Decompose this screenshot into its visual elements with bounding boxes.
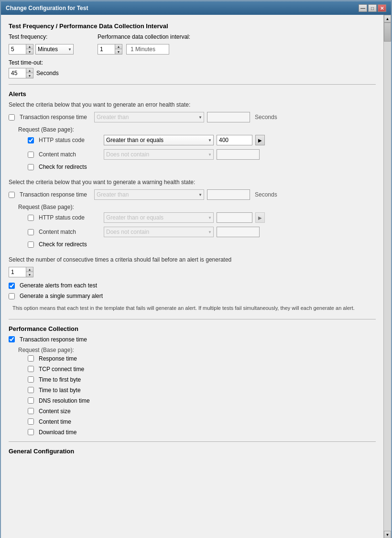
warning-http-status-checkbox[interactable] — [28, 215, 34, 221]
scroll-thumb[interactable] — [384, 22, 391, 42]
error-transaction-unit: Seconds — [255, 114, 277, 121]
error-content-match-checkbox[interactable] — [28, 152, 34, 158]
perf-time-last-byte-row: Time to last byte — [9, 387, 376, 394]
warning-http-value-input[interactable] — [217, 212, 252, 223]
error-http-arrow-button[interactable]: ▶ — [255, 135, 265, 145]
consecutive-input[interactable] — [9, 267, 26, 277]
perf-response-time-row: Response time — [9, 355, 376, 362]
test-frequency-label: Test frequency: — [9, 33, 74, 40]
minimize-button[interactable]: — — [359, 4, 367, 12]
test-frequency-down[interactable]: ▼ — [26, 49, 33, 54]
error-http-comparison-select[interactable]: Greater than or equals Greater than Less… — [104, 135, 214, 145]
scroll-down-button[interactable]: ▼ — [384, 531, 391, 538]
test-frequency-spinner-btns: ▲ ▼ — [26, 44, 33, 54]
warning-redirects-checkbox[interactable] — [28, 242, 34, 248]
perf-interval-input[interactable] — [98, 44, 115, 54]
scroll-track[interactable] — [384, 22, 391, 531]
warning-content-match-value-input[interactable] — [217, 227, 260, 237]
divider-2 — [9, 319, 376, 319]
frequency-section: Test Frequency / Performance Data Collec… — [9, 22, 376, 78]
perf-time-last-byte-checkbox[interactable] — [28, 387, 34, 393]
perf-interval-up[interactable]: ▲ — [115, 44, 122, 49]
perf-dns-resolution-label: DNS resolution time — [39, 397, 90, 404]
alerts-title: Alerts — [9, 90, 376, 98]
error-http-comparison-wrapper[interactable]: Greater than or equals Greater than Less… — [104, 135, 214, 145]
error-criteria-desc: Select the criteria below that you want … — [9, 101, 376, 108]
perf-time-first-byte-checkbox[interactable] — [28, 376, 34, 383]
perf-interval-spinner[interactable]: ▲ ▼ — [98, 44, 122, 55]
performance-section: Performance Collection Transaction respo… — [9, 325, 376, 436]
timeout-spinner-btns: ▲ ▼ — [26, 68, 33, 78]
error-redirects-checkbox[interactable] — [28, 164, 34, 170]
perf-transaction-checkbox[interactable] — [9, 336, 15, 342]
warning-transaction-label: Transaction response time — [20, 191, 91, 198]
error-check-redirects-row: Check for redirects — [9, 164, 376, 170]
warning-transaction-comparison-wrapper: Greater than — [94, 189, 204, 200]
perf-dns-resolution-checkbox[interactable] — [28, 397, 34, 404]
error-http-status-label: HTTP status code — [39, 137, 101, 143]
error-transaction-comparison-wrapper: Greater than — [94, 112, 204, 122]
perf-content-time-label: Content time — [39, 418, 71, 425]
timeout-unit: Seconds — [36, 70, 59, 77]
timeout-spinner[interactable]: ▲ ▼ — [9, 68, 33, 78]
error-http-status-row: HTTP status code Greater than or equals … — [9, 135, 376, 145]
timeout-group: Test time-out: ▲ ▼ Seconds — [9, 59, 376, 78]
perf-interval-text: 1 Minutes — [126, 44, 169, 55]
perf-time-first-byte-row: Time to first byte — [9, 376, 376, 383]
error-content-match-value-input[interactable] — [217, 149, 260, 160]
perf-interval-down[interactable]: ▼ — [115, 49, 122, 54]
warning-transaction-checkbox[interactable] — [9, 192, 15, 198]
perf-time-first-byte-label: Time to first byte — [39, 376, 81, 383]
warning-http-arrow-button[interactable]: ▶ — [255, 212, 265, 223]
perf-content-size-checkbox[interactable] — [28, 408, 34, 414]
error-transaction-comparison-select[interactable]: Greater than — [94, 112, 204, 122]
warning-transaction-value-input[interactable] — [207, 189, 250, 200]
general-section: General Configuration — [9, 448, 376, 478]
error-content-match-comparison-select[interactable]: Does not contain — [104, 149, 214, 160]
warning-check-redirects-row: Check for redirects — [9, 241, 376, 248]
perf-download-time-row: Download time — [9, 429, 376, 436]
main-scroll-content: Test Frequency / Performance Data Collec… — [1, 15, 383, 538]
performance-title: Performance Collection — [9, 325, 376, 332]
perf-download-time-checkbox[interactable] — [28, 429, 34, 435]
perf-interval-spinner-btns: ▲ ▼ — [115, 44, 122, 54]
divider-3 — [9, 441, 376, 442]
perf-dns-resolution-row: DNS resolution time — [9, 397, 376, 404]
timeout-up[interactable]: ▲ — [26, 68, 33, 73]
test-frequency-unit-select[interactable]: Minutes Hours Seconds — [35, 44, 74, 55]
error-http-value-input[interactable] — [217, 135, 252, 145]
error-transaction-value-input[interactable] — [207, 112, 250, 122]
warning-content-match-checkbox[interactable] — [28, 229, 34, 235]
close-button[interactable]: ✕ — [378, 4, 386, 12]
timeout-input[interactable] — [9, 68, 26, 78]
consecutive-spinner[interactable]: ▲ ▼ — [9, 267, 33, 277]
test-frequency-unit-wrapper[interactable]: Minutes Hours Seconds — [35, 44, 74, 55]
test-frequency-up[interactable]: ▲ — [26, 44, 33, 49]
perf-content-time-checkbox[interactable] — [28, 418, 34, 425]
window-title: Change Configuration for Test — [6, 5, 88, 11]
timeout-label: Test time-out: — [9, 59, 376, 66]
timeout-down[interactable]: ▼ — [26, 73, 33, 78]
consecutive-up[interactable]: ▲ — [26, 267, 33, 272]
maximize-button[interactable]: □ — [368, 4, 377, 12]
gen-alerts-each-checkbox[interactable] — [9, 283, 15, 289]
warning-http-comparison-select[interactable]: Greater than or equals — [104, 212, 214, 223]
error-http-status-checkbox[interactable] — [28, 137, 34, 143]
gen-single-alert-checkbox[interactable] — [9, 293, 15, 299]
consecutive-down[interactable]: ▼ — [26, 272, 33, 277]
warning-content-match-comparison-select[interactable]: Does not contain — [104, 227, 214, 237]
perf-tcp-connect-label: TCP connect time — [39, 366, 84, 373]
warning-transaction-comparison-select[interactable]: Greater than — [94, 189, 204, 200]
error-redirects-label: Check for redirects — [39, 164, 87, 170]
perf-tcp-connect-row: TCP connect time — [9, 366, 376, 373]
error-transaction-checkbox[interactable] — [9, 114, 15, 121]
warning-http-status-label: HTTP status code — [39, 214, 101, 221]
test-frequency-spinner[interactable]: ▲ ▼ — [9, 44, 33, 55]
perf-tcp-connect-checkbox[interactable] — [28, 366, 34, 372]
test-frequency-input[interactable] — [9, 44, 26, 54]
gen-single-alert-row: Generate a single summary alert — [9, 293, 376, 299]
scroll-up-button[interactable]: ▲ — [384, 15, 391, 22]
error-transaction-row: Transaction response time Greater than S… — [9, 112, 376, 122]
perf-response-time-checkbox[interactable] — [28, 355, 34, 362]
perf-time-last-byte-label: Time to last byte — [39, 387, 81, 394]
